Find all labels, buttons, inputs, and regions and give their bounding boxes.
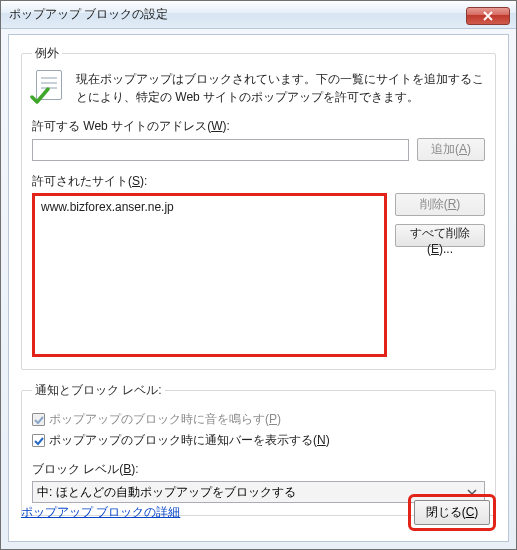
notify-legend: 通知とブロック レベル: <box>32 382 165 399</box>
dialog-window: ポップアップ ブロックの設定 例外 現在ポップアップはブロックされています。下の… <box>0 0 517 550</box>
window-close-button[interactable] <box>466 7 510 25</box>
add-button[interactable]: 追加(A) <box>417 138 485 161</box>
sound-checkbox[interactable] <box>32 413 45 426</box>
close-highlight: 閉じる(C) <box>408 494 496 531</box>
sound-checkbox-row[interactable]: ポップアップのブロック時に音を鳴らす(P) <box>32 411 485 428</box>
footer-row: ポップアップ ブロックの詳細 閉じる(C) <box>21 494 496 531</box>
notifybar-checkbox[interactable] <box>32 434 45 447</box>
address-label: 許可する Web サイトのアドレス(W): <box>32 118 485 135</box>
address-input[interactable] <box>32 139 409 161</box>
notifybar-checkbox-row[interactable]: ポップアップのブロック時に通知バーを表示する(N) <box>32 432 485 449</box>
popup-allowed-icon <box>32 70 66 104</box>
details-link[interactable]: ポップアップ ブロックの詳細 <box>21 504 180 521</box>
exceptions-legend: 例外 <box>32 45 62 62</box>
allowed-sites-label: 許可されたサイト(S): <box>32 173 485 190</box>
check-icon <box>34 436 44 446</box>
close-button[interactable]: 閉じる(C) <box>414 500 490 525</box>
list-item[interactable]: www.bizforex.anser.ne.jp <box>39 199 380 215</box>
remove-button[interactable]: 削除(R) <box>395 193 485 216</box>
client-area: 例外 現在ポップアップはブロックされています。下の一覧にサイトを追加することによ… <box>8 34 509 542</box>
sound-label: ポップアップのブロック時に音を鳴らす(P) <box>49 411 281 428</box>
allowed-sites-list[interactable]: www.bizforex.anser.ne.jp <box>32 193 387 357</box>
exceptions-group: 例外 現在ポップアップはブロックされています。下の一覧にサイトを追加することによ… <box>21 45 496 370</box>
notifybar-label: ポップアップのブロック時に通知バーを表示する(N) <box>49 432 330 449</box>
info-text: 現在ポップアップはブロックされています。下の一覧にサイトを追加することにより、特… <box>76 70 485 106</box>
window-title: ポップアップ ブロックの設定 <box>9 6 168 23</box>
remove-all-button[interactable]: すべて削除(E)... <box>395 224 485 247</box>
info-row: 現在ポップアップはブロックされています。下の一覧にサイトを追加することにより、特… <box>32 70 485 106</box>
block-level-label: ブロック レベル(B): <box>32 461 485 478</box>
titlebar: ポップアップ ブロックの設定 <box>1 1 516 29</box>
close-icon <box>483 11 493 21</box>
check-icon <box>34 415 44 425</box>
